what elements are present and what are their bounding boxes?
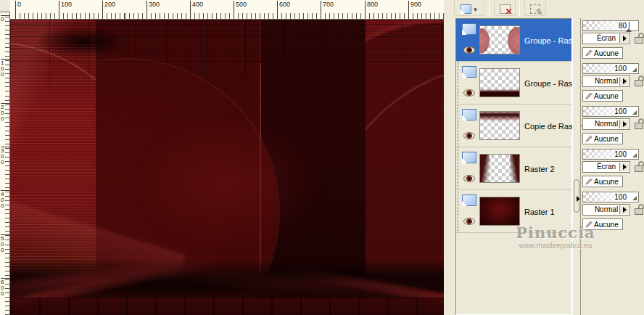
ruler-label: 600 [277, 1, 290, 19]
lock-body [635, 208, 643, 215]
layer-row-groupe-raster-3[interactable]: Groupe - Raster 3 [456, 19, 571, 62]
lock-icon[interactable] [633, 161, 644, 173]
blend-mode-dropdown[interactable]: Normal [582, 75, 630, 87]
opacity-slider[interactable]: 100 [582, 149, 639, 160]
lock-icon[interactable] [633, 204, 644, 216]
opacity-slider[interactable]: 100 [582, 106, 639, 117]
lock-icon[interactable] [633, 118, 644, 130]
layer-type-icon [462, 23, 476, 35]
layer-controls-groupe-raster-2: 100 Normal Aucune [581, 62, 644, 104]
layer-row-raster-2[interactable]: Raster 2 [456, 147, 571, 190]
visibility-eye-icon[interactable] [463, 175, 475, 182]
opacity-slider[interactable]: 80 [582, 20, 639, 31]
brush-icon [585, 92, 593, 100]
opacity-slider[interactable]: 100 [582, 192, 639, 202]
ruler-label: 500 [234, 1, 247, 19]
dropdown-arrow-button[interactable] [619, 163, 629, 171]
ruler-label: 300 [146, 1, 160, 19]
canvas-art-scanlines [10, 20, 444, 315]
blend-mode-dropdown[interactable]: Normal [582, 204, 630, 216]
layer-name: Raster 2 [524, 165, 555, 173]
delete-layer-button[interactable]: ✕ [494, 0, 516, 16]
ruler-label: 400 [190, 1, 203, 19]
dropdown-arrow-button[interactable] [619, 120, 629, 128]
link-group-button[interactable]: Aucune [582, 47, 623, 59]
ruler-label: 400 [1, 190, 9, 209]
link-value: Aucune [594, 49, 619, 57]
opacity-value: 100 [614, 107, 627, 116]
visibility-eye-icon[interactable] [463, 89, 475, 97]
layer-controls-column: 80 Écran Aucune 100 [581, 0, 644, 315]
lock-body [635, 165, 643, 172]
chevron-down-icon: ▼ [473, 7, 479, 14]
thumb-shape [480, 91, 519, 97]
opacity-slider-handle[interactable] [632, 110, 637, 115]
layer-type-icon [462, 152, 476, 163]
dropdown-arrow-button[interactable] [619, 77, 629, 86]
layer-type-icon [462, 109, 476, 120]
opacity-slider-handle[interactable] [632, 68, 637, 72]
layer-row-groupe-raster-2[interactable]: Groupe - Raster 2 [456, 62, 571, 105]
lock-icon[interactable] [633, 33, 644, 44]
ruler-label: 500 [1, 234, 9, 253]
layer-type-icon [462, 66, 476, 78]
lock-body [635, 37, 643, 44]
opacity-slider-handle[interactable] [632, 196, 637, 200]
ruler-label: 100 [59, 1, 72, 19]
pencil-icon: ✎ [536, 9, 543, 16]
blend-mode-value: Écran [597, 34, 616, 42]
ruler-label: 900 [408, 1, 421, 19]
thumb-shape [510, 155, 519, 182]
blend-mode-value: Normal [595, 205, 618, 213]
brush-icon [585, 178, 593, 186]
layer-row-raster-1[interactable]: Raster 1 [456, 190, 571, 233]
opacity-slider-handle[interactable] [629, 22, 629, 28]
blend-mode-dropdown[interactable]: Normal [582, 118, 630, 130]
horizontal-ruler: 0 100 200 300 400 500 600 700 800 900 [10, 0, 444, 20]
link-group-button[interactable]: Aucune [582, 133, 623, 144]
link-value: Aucune [594, 178, 619, 186]
visibility-eye-icon[interactable] [463, 46, 475, 54]
link-group-button[interactable]: Aucune [582, 176, 623, 187]
image-canvas[interactable] [10, 20, 444, 315]
thumb-shape [479, 28, 490, 53]
layer-controls-raster-2: 100 Écran Aucune [581, 147, 644, 189]
lock-body [635, 123, 643, 129]
splitter-arrow-icon[interactable] [577, 196, 580, 202]
link-group-button[interactable]: Aucune [582, 90, 623, 102]
layers-list: Groupe - Raster 3 Groupe - Raster 2 Copi… [455, 18, 572, 315]
opacity-slider[interactable]: 100 [582, 63, 639, 74]
opacity-value: 100 [614, 150, 627, 159]
layer-controls-raster-1: 100 Normal Aucune [581, 190, 644, 232]
visibility-eye-icon[interactable] [463, 218, 475, 225]
dropdown-arrow-button[interactable] [619, 205, 629, 214]
horizontal-ruler-ticks [15, 13, 444, 19]
edit-selection-button[interactable]: ✎ [524, 0, 546, 16]
app-window: 0 100 200 300 400 500 600 700 800 900 0 … [0, 0, 644, 315]
right-arrow-icon [623, 121, 627, 127]
visibility-eye-icon[interactable] [463, 132, 475, 139]
palette-splitter[interactable] [572, 18, 581, 315]
layer-thumbnail [479, 197, 520, 226]
layer-controls-groupe-raster-3: 80 Écran Aucune [581, 19, 644, 61]
blend-mode-dropdown[interactable]: Écran [582, 161, 630, 173]
link-value: Aucune [594, 92, 619, 100]
link-group-button[interactable]: Aucune [582, 218, 623, 230]
blend-mode-value: Normal [595, 77, 618, 85]
ruler-label: 0 [1, 15, 9, 22]
new-layer-button[interactable]: ▼ [454, 0, 484, 16]
ruler-label: 800 [365, 1, 378, 19]
ruler-label: 200 [1, 103, 9, 122]
lock-icon[interactable] [633, 75, 644, 87]
thumb-shape [508, 27, 520, 54]
blend-mode-dropdown[interactable]: Écran [582, 33, 630, 44]
red-x-icon: ✕ [505, 8, 512, 15]
layer-row-copie-de-raster-2[interactable]: Copie de Raster 2 [456, 105, 571, 147]
ruler-label: 600 [1, 278, 9, 297]
opacity-slider-handle[interactable] [632, 153, 637, 158]
dropdown-arrow-button[interactable] [619, 34, 629, 43]
layer-thumbnail [479, 111, 520, 140]
toolbar-separator [519, 1, 520, 16]
thumb-shape [480, 112, 519, 118]
ruler-corner [0, 0, 10, 12]
